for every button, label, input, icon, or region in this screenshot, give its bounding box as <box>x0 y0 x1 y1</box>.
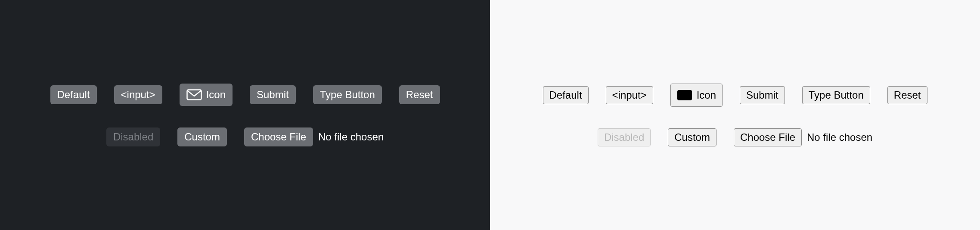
icon-button-label: Icon <box>206 89 226 101</box>
type-button[interactable] <box>802 86 870 104</box>
dark-row-2: Disabled Custom Choose File No file chos… <box>106 127 384 146</box>
input-element-button[interactable] <box>606 86 653 104</box>
file-input[interactable]: Choose File No file chosen <box>244 127 384 146</box>
default-button[interactable]: Default <box>543 86 589 104</box>
icon-button-label: Icon <box>697 89 716 101</box>
svg-rect-1 <box>677 90 692 100</box>
custom-button[interactable]: Custom <box>668 128 716 146</box>
reset-button[interactable] <box>399 85 440 104</box>
light-row-1: Default Icon <box>543 84 927 107</box>
choose-file-button[interactable]: Choose File <box>244 127 313 146</box>
reset-button[interactable] <box>887 86 927 104</box>
disabled-button: Disabled <box>106 127 160 146</box>
dark-row-1: Default Icon <box>50 84 440 106</box>
icon-button[interactable]: Icon <box>670 84 723 107</box>
svg-rect-0 <box>187 90 201 100</box>
filled-rect-icon <box>677 90 692 101</box>
submit-button[interactable] <box>250 85 296 104</box>
disabled-button: Disabled <box>598 128 651 146</box>
dark-theme-panel: Default Icon Disabled Custom Choose File… <box>0 0 490 230</box>
type-button[interactable] <box>313 85 382 104</box>
light-theme-panel: Default Icon Disabled Custom Choose File… <box>490 0 980 230</box>
input-element-button[interactable] <box>114 85 162 104</box>
light-row-2: Disabled Custom Choose File No file chos… <box>598 128 872 146</box>
choose-file-button[interactable]: Choose File <box>734 128 802 146</box>
icon-button[interactable]: Icon <box>180 84 233 106</box>
default-button[interactable]: Default <box>50 85 97 104</box>
mail-icon <box>186 89 202 100</box>
custom-button[interactable]: Custom <box>177 127 227 146</box>
file-input[interactable]: Choose File No file chosen <box>734 128 872 146</box>
file-status-text: No file chosen <box>807 131 872 143</box>
file-status-text: No file chosen <box>318 131 384 143</box>
submit-button[interactable] <box>740 86 785 104</box>
